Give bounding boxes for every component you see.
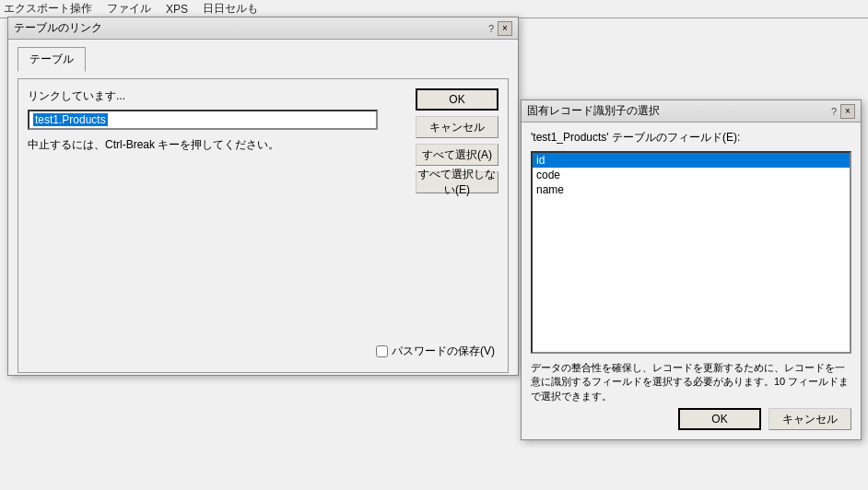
link-select-all-button[interactable]: すべて選択(A): [416, 144, 499, 166]
table-listbox[interactable]: test1.Products: [28, 110, 378, 130]
uid-dialog-help-button[interactable]: ?: [831, 106, 837, 117]
link-dialog-content: テーブル リンクしています... test1.Products 中止するには、C…: [8, 40, 518, 380]
link-cancel-button[interactable]: キャンセル: [416, 116, 499, 138]
password-save-label: パスワードの保存(V): [392, 344, 495, 359]
link-dialog-buttons: OK キャンセル すべて選択(A) すべて選択しない(E): [416, 88, 499, 193]
tab-content-box: リンクしています... test1.Products 中止するには、Ctrl-B…: [18, 78, 509, 373]
uid-dialog: 固有レコード識別子の選択 ? × 'test1_Products' テーブルのフ…: [521, 99, 862, 440]
menu-bar: エクスポート操作 ファイル XPS 日日セルも: [0, 0, 868, 18]
uid-cancel-button[interactable]: キャンセル: [768, 408, 851, 430]
link-dialog-controls: ? ×: [488, 21, 512, 36]
link-deselect-all-button[interactable]: すべて選択しない(E): [416, 171, 499, 193]
password-save-area: パスワードの保存(V): [376, 344, 495, 359]
uid-dialog-controls: ? ×: [831, 104, 855, 119]
uid-dialog-title: 固有レコード識別子の選択: [527, 103, 660, 119]
tab-strip: テーブル: [18, 47, 509, 71]
field-listbox[interactable]: id code name: [531, 151, 851, 354]
menu-item-xps[interactable]: XPS: [166, 3, 188, 16]
uid-dialog-buttons: OK キャンセル: [678, 408, 851, 430]
link-ok-button[interactable]: OK: [416, 88, 499, 111]
field-item-code[interactable]: code: [533, 168, 850, 182]
uid-info-text: データの整合性を確保し、レコードを更新するために、レコードを一意に識別するフィー…: [531, 361, 851, 403]
menu-item-date[interactable]: 日日セルも: [203, 1, 258, 17]
uid-dialog-content: 'test1_Products' テーブルのフィールド(E): id code …: [522, 122, 861, 439]
uid-ok-button[interactable]: OK: [678, 408, 761, 430]
tab-table[interactable]: テーブル: [18, 47, 86, 72]
password-save-checkbox[interactable]: [376, 345, 388, 357]
field-list-label: 'test1_Products' テーブルのフィールド(E):: [531, 130, 851, 146]
link-dialog: テーブルのリンク ? × テーブル リンクしています... test1.Prod…: [7, 17, 519, 376]
uid-dialog-titlebar: 固有レコード識別子の選択 ? ×: [522, 100, 861, 122]
link-dialog-title: テーブルのリンク: [14, 20, 102, 36]
link-dialog-help-button[interactable]: ?: [488, 23, 494, 34]
link-dialog-close-button[interactable]: ×: [498, 21, 512, 36]
menu-item-file[interactable]: ファイル: [107, 1, 151, 17]
field-item-id[interactable]: id: [533, 153, 850, 168]
uid-dialog-close-button[interactable]: ×: [840, 104, 855, 119]
field-item-name[interactable]: name: [533, 182, 850, 197]
selected-table-item: test1.Products: [33, 113, 108, 126]
menu-item-export[interactable]: エクスポート操作: [4, 1, 92, 17]
link-dialog-titlebar: テーブルのリンク ? ×: [8, 18, 518, 40]
